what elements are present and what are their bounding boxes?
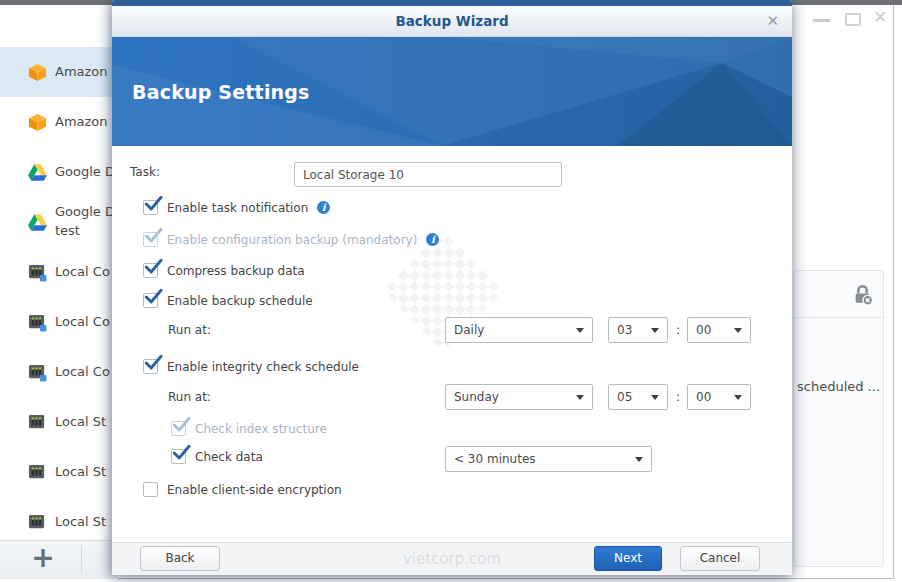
- row-compress-backup-data: Compress backup data: [143, 262, 305, 279]
- local-server-copy-icon: [28, 313, 47, 332]
- select-value: 00: [696, 323, 711, 337]
- chevron-down-icon: [576, 328, 584, 333]
- chevron-down-icon: [734, 395, 742, 400]
- row-enable-backup-schedule: Enable backup schedule: [143, 292, 313, 309]
- sidebar-item-label: Local Co: [55, 363, 110, 382]
- checkbox-check-index-structure: [171, 421, 186, 436]
- select-value: 03: [617, 323, 632, 337]
- checkbox-enable-task-notification[interactable]: [143, 200, 158, 215]
- local-server-icon: [28, 463, 47, 482]
- checkbox-label[interactable]: Enable client-side encryption: [167, 483, 342, 497]
- local-server-icon: [28, 413, 47, 432]
- run-at-label: Run at:: [168, 317, 211, 343]
- maximize-icon[interactable]: [845, 13, 861, 26]
- sidebar-item-label: Amazon: [55, 113, 108, 132]
- row-enable-client-side-encryption: Enable client-side encryption: [143, 481, 342, 498]
- chevron-down-icon: [734, 328, 742, 333]
- minimize-icon[interactable]: [813, 19, 830, 22]
- row-enable-configuration-backup: Enable configuration backup (mandatory) …: [143, 231, 439, 248]
- add-task-button[interactable]: +: [20, 542, 66, 576]
- sidebar-item-label: Amazon: [55, 63, 108, 82]
- window-close-icon[interactable]: ✕: [873, 7, 887, 27]
- sidebar-item-amazon-2[interactable]: Amazon: [0, 97, 118, 147]
- info-icon[interactable]: i: [317, 201, 330, 214]
- dialog-title: Backup Wizard: [112, 6, 792, 36]
- select-value: 00: [696, 390, 711, 404]
- sidebar-item-local-copy-1[interactable]: Local Co: [0, 247, 118, 297]
- sidebar-item-label: Local St: [55, 413, 106, 432]
- checkbox-enable-integrity-check-schedule[interactable]: [143, 359, 158, 374]
- dialog-header: Backup Settings: [112, 37, 792, 146]
- local-server-icon: [28, 513, 47, 532]
- sidebar-item-google-drive-1[interactable]: Google D: [0, 147, 118, 197]
- sidebar-item-label: Local Co: [55, 263, 110, 282]
- select-value: Sunday: [454, 390, 499, 404]
- integrity-frequency-select[interactable]: Sunday: [445, 384, 593, 410]
- time-colon: :: [676, 384, 680, 410]
- checkbox-enable-configuration-backup: [143, 232, 158, 247]
- dialog-titlebar[interactable]: Backup Wizard ✕: [112, 6, 792, 37]
- task-label: Task:: [130, 160, 160, 185]
- row-check-index-structure: Check index structure: [171, 420, 327, 437]
- task-name-input[interactable]: [294, 162, 562, 187]
- select-value: < 30 minutes: [454, 452, 536, 466]
- backup-minute-select[interactable]: 00: [687, 317, 751, 343]
- amazon-cube-icon: [28, 113, 47, 132]
- chevron-down-icon: [651, 328, 659, 333]
- sidebar-item-label: Google D: [55, 203, 115, 222]
- run-at-label: Run at:: [168, 384, 211, 410]
- dialog-footer: vietcorp.com Back Next Cancel: [112, 542, 792, 575]
- sidebar-item-local-copy-3[interactable]: Local Co: [0, 347, 118, 397]
- sidebar-item-local-storage-3[interactable]: Local St: [0, 497, 118, 540]
- checkbox-label[interactable]: Enable integrity check schedule: [167, 360, 359, 374]
- cancel-button[interactable]: Cancel: [680, 546, 760, 571]
- info-icon[interactable]: i: [426, 233, 439, 246]
- amazon-cube-icon: [28, 63, 47, 82]
- chevron-down-icon: [651, 395, 659, 400]
- check-data-duration-select[interactable]: < 30 minutes: [445, 446, 652, 472]
- footer-divider: [81, 545, 82, 574]
- backup-wizard-dialog: Backup Wizard ✕ Backup Settings: [112, 0, 792, 575]
- local-server-copy-icon: [28, 263, 47, 282]
- lock-disabled-icon: [851, 283, 874, 306]
- checkbox-label[interactable]: Check data: [195, 450, 263, 464]
- row-enable-integrity-check-schedule: Enable integrity check schedule: [143, 358, 359, 375]
- checkbox-compress-backup-data[interactable]: [143, 263, 158, 278]
- backup-frequency-select[interactable]: Daily: [445, 317, 593, 343]
- google-drive-icon: [28, 213, 47, 232]
- screen: ✕ Amazon Amazon Google D: [0, 0, 902, 582]
- sidebar-item-label: Google D: [55, 163, 115, 182]
- checkbox-label[interactable]: Compress backup data: [167, 264, 305, 278]
- checkbox-label: Enable configuration backup (mandatory): [167, 233, 417, 247]
- sidebar-item-amazon-1[interactable]: Amazon: [0, 47, 118, 97]
- next-button[interactable]: Next: [594, 546, 662, 571]
- sidebar-item-local-storage-2[interactable]: Local St: [0, 447, 118, 497]
- checkbox-label[interactable]: Enable backup schedule: [167, 294, 313, 308]
- task-sidebar: Amazon Amazon Google D Google D: [0, 5, 118, 540]
- google-drive-icon: [28, 163, 47, 182]
- row-check-data: Check data: [171, 448, 263, 465]
- checkbox-check-data[interactable]: [171, 449, 186, 464]
- checkbox-label[interactable]: Enable task notification: [167, 201, 308, 215]
- chevron-down-icon: [576, 395, 584, 400]
- status-partial-text: scheduled ...: [797, 379, 880, 394]
- sidebar-item-label-line2: test: [55, 222, 115, 241]
- sidebar-item-local-storage-1[interactable]: Local St: [0, 397, 118, 447]
- close-icon[interactable]: ✕: [766, 12, 779, 30]
- backup-settings-form: Task: Enable task notification i Enable …: [112, 146, 792, 542]
- checkbox-enable-client-side-encryption[interactable]: [143, 482, 158, 497]
- back-button[interactable]: Back: [140, 546, 220, 571]
- sidebar-item-label: Local St: [55, 463, 106, 482]
- backup-hour-select[interactable]: 03: [608, 317, 668, 343]
- select-value: Daily: [454, 323, 484, 337]
- integrity-minute-select[interactable]: 00: [687, 384, 751, 410]
- sidebar-item-google-drive-test[interactable]: Google D test: [0, 197, 118, 247]
- integrity-hour-select[interactable]: 05: [608, 384, 668, 410]
- sidebar-item-label: Local St: [55, 513, 106, 532]
- sidebar-item-local-copy-2[interactable]: Local Co: [0, 297, 118, 347]
- sidebar-footer: +: [0, 540, 118, 579]
- status-panel-header: [794, 271, 883, 318]
- local-server-copy-icon: [28, 363, 47, 382]
- page-title: Backup Settings: [132, 81, 310, 103]
- checkbox-enable-backup-schedule[interactable]: [143, 293, 158, 308]
